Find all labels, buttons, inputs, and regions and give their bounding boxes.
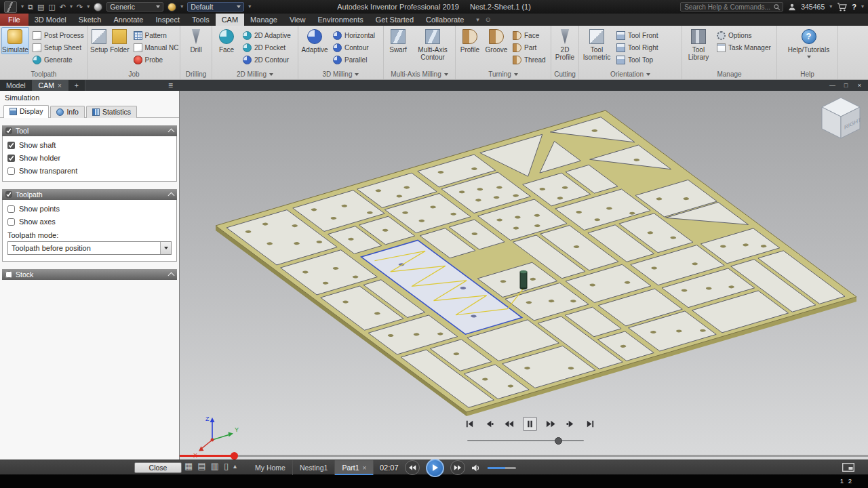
dropdown-arrow-icon[interactable] [160,242,171,254]
caret-icon[interactable]: ▾ [829,4,832,9]
ribbon-tab-collaborate[interactable]: Collaborate [420,14,470,26]
tab-statistics[interactable]: Statistics [86,106,137,118]
video-progress-handle[interactable] [231,452,238,460]
file-tab[interactable]: File [0,14,28,26]
tab-my-home[interactable]: My Home [248,460,293,475]
manual-nc-button[interactable]: Manual NC [131,41,182,54]
stock-section-header[interactable]: Stock [2,269,177,280]
inventor-logo-icon[interactable] [4,1,17,13]
ribbon-tab-3d-model[interactable]: 3D Model [28,14,73,26]
groove-button[interactable]: Groove [484,27,509,54]
collapse-icon[interactable] [168,129,175,136]
show-shaft-row[interactable]: Show shaft [4,138,175,151]
previous-operation-button[interactable] [484,418,495,430]
group-dropdown-icon[interactable] [355,73,359,76]
show-points-row[interactable]: Show points [4,202,175,215]
contour-3d-button[interactable]: Contour [330,41,378,54]
face-turning-button[interactable]: Face [510,29,549,41]
caret-icon[interactable]: ▾ [87,4,90,9]
pause-button[interactable] [523,417,537,431]
tab-close-icon[interactable]: × [363,464,367,472]
search-input[interactable] [683,3,773,12]
video-play-button[interactable] [426,459,444,477]
new-icon[interactable]: ⧉ [28,3,33,11]
tool-library-button[interactable]: Tool Library [684,27,713,62]
redo-icon[interactable]: ↷ [77,3,83,11]
toolpath-visible-checkbox[interactable] [5,191,12,198]
multi-axis-contour-button[interactable]: Multi-Axis Contour [412,27,454,62]
ribbon-tab-tools[interactable]: Tools [186,14,216,26]
tool-right-button[interactable]: Tool Right [614,41,660,54]
thread-button[interactable]: Thread [510,54,549,66]
tool-section-header[interactable]: Tool [2,125,177,136]
adaptive-3d-button[interactable]: Adaptive [300,27,330,54]
tool-visible-checkbox[interactable] [5,127,12,134]
play-forward-button[interactable] [545,418,557,430]
post-process-button[interactable]: Post Process [30,29,87,41]
ribbon-tab-cam[interactable]: CAM [216,14,244,26]
parallel-button[interactable]: Parallel [330,54,378,66]
tool-top-button[interactable]: Tool Top [614,54,660,66]
tab-nesting1[interactable]: Nesting1 [293,460,335,475]
group-dropdown-icon[interactable] [514,73,518,76]
task-manager-button[interactable]: Task Manager [714,41,774,54]
go-to-start-button[interactable] [464,418,475,430]
close-tab-icon[interactable]: × [58,82,62,89]
show-holder-row[interactable]: Show holder [4,151,175,164]
panel-menu-icon[interactable]: ≡ [168,80,173,91]
ribbon-options-icon[interactable]: ⊙ [486,16,491,23]
panel-tab-model[interactable]: Model [0,80,33,91]
probe-button[interactable]: Probe [131,54,182,66]
stock-visible-checkbox[interactable] [5,271,12,278]
caret-icon[interactable]: ▾ [21,4,24,9]
go-to-end-button[interactable] [585,418,596,430]
video-forward-button[interactable] [450,460,465,475]
options-button[interactable]: Options [714,29,774,41]
show-points-checkbox[interactable] [7,205,15,213]
show-holder-checkbox[interactable] [7,155,15,162]
close-button[interactable]: Close [134,462,182,473]
ribbon-tab-view[interactable]: View [283,14,312,26]
show-transparent-checkbox[interactable] [7,167,15,175]
profile-turning-button[interactable]: Profile [457,27,483,54]
undo-icon[interactable]: ↶ [60,3,66,11]
panel-tab-cam[interactable]: CAM × [33,80,68,91]
search-icon[interactable] [773,3,781,11]
horizontal-button[interactable]: Horizontal [330,29,378,41]
tab-overflow-caret-icon[interactable]: ▾ [476,16,479,23]
video-progress-bar[interactable] [180,455,868,457]
show-axes-row[interactable]: Show axes [4,215,175,228]
collapse-icon[interactable] [168,192,175,199]
ribbon-tab-inspect[interactable]: Inspect [150,14,186,26]
ribbon-tab-manage[interactable]: Manage [244,14,283,26]
split-view-icon[interactable]: ▤ [197,462,205,470]
material-select[interactable]: Generic [106,2,163,12]
expand-up-icon[interactable]: ▴ [233,463,237,470]
ribbon-tab-environments[interactable]: Environments [312,14,370,26]
grid-view-icon[interactable]: ▦ [184,462,193,470]
folder-button[interactable]: Folder [109,27,130,54]
2d-contour-button[interactable]: 2D Contour [240,54,294,66]
toolpath-mode-select[interactable]: Toolpath before position [7,241,172,255]
user-name[interactable]: 345465 [801,3,825,11]
caret-icon[interactable]: ▾ [248,4,251,9]
caret-icon[interactable]: ▾ [70,4,73,9]
setup-button[interactable]: Setup [90,27,108,54]
next-operation-button[interactable] [565,418,576,430]
toolpath-section-header[interactable]: Toolpath [2,189,177,200]
volume-icon[interactable] [471,464,481,472]
open-icon[interactable]: ▤ [37,3,44,11]
doc-close-button[interactable]: × [854,80,865,91]
tab-info[interactable]: Info [50,106,85,118]
volume-slider[interactable] [488,467,516,469]
face-2d-button[interactable]: Face [214,27,239,54]
cart-icon[interactable] [837,3,847,12]
doc-restore-button[interactable]: □ [840,80,852,91]
simulation-speed-slider[interactable] [467,440,584,441]
tool-isometric-button[interactable]: Tool Isometric [580,27,613,62]
ribbon-tab-get-started[interactable]: Get Started [370,14,420,26]
tab-part1[interactable]: Part1 × [335,460,374,475]
2d-pocket-button[interactable]: 2D Pocket [240,41,294,54]
doc-minimize-button[interactable]: — [827,80,838,91]
panel-tab-add[interactable]: + [68,80,85,91]
